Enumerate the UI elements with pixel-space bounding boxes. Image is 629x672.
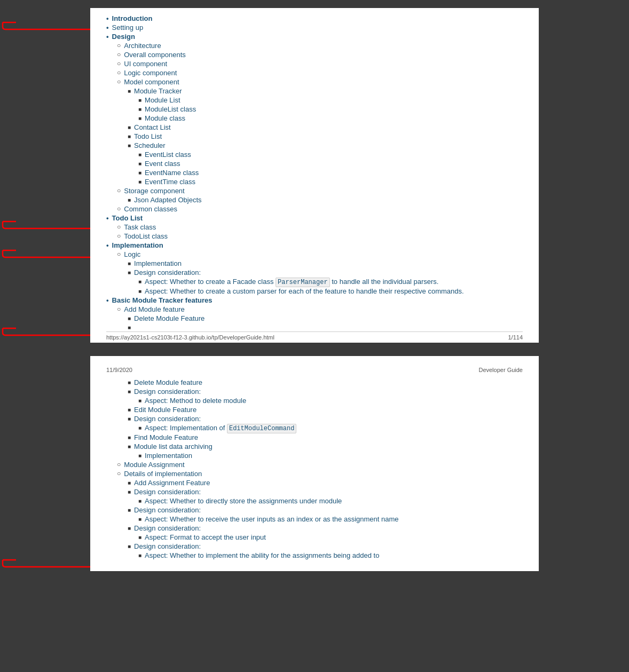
toc-todo-list-sub[interactable]: Todo List <box>106 132 523 140</box>
toc-details-implementation[interactable]: Details of implementation <box>106 470 523 478</box>
toc-design-consideration-assignment-2[interactable]: Design consideration: <box>106 506 523 514</box>
aspect-store-assignments-text: Aspect: Whether to directly store the as… <box>145 497 342 505</box>
toc-json-adapted[interactable]: Json Adapted Objects <box>106 196 523 204</box>
setting-up-link[interactable]: Setting up <box>112 23 144 31</box>
overall-components-link[interactable]: Overall components <box>124 51 186 59</box>
logic-link[interactable]: Logic <box>124 250 140 258</box>
toc-logic-component[interactable]: Logic component <box>106 69 523 77</box>
json-adapted-link[interactable]: Json Adapted Objects <box>134 196 201 204</box>
find-module-feature-link[interactable]: Find Module Feature <box>134 433 198 441</box>
toc-add-assignment-feature[interactable]: Add Assignment Feature <box>106 479 523 487</box>
eventname-class-link[interactable]: EventName class <box>145 169 199 177</box>
editmodulecommand-code: EditModuleCommand <box>227 424 296 433</box>
toc-modulelist-class[interactable]: ModuleList class <box>106 105 523 113</box>
toc-storage-component[interactable]: Storage component <box>106 187 523 195</box>
architecture-link[interactable]: Architecture <box>124 42 161 50</box>
aspect-edit-implementation-text: Aspect: Implementation of EditModuleComm… <box>145 424 296 432</box>
design-consideration-delete-link[interactable]: Design consideration: <box>134 388 201 396</box>
design-consideration-assignment-2-link[interactable]: Design consideration: <box>134 506 201 514</box>
toc-task-class[interactable]: Task class <box>106 223 523 231</box>
storage-component-link[interactable]: Storage component <box>124 187 184 195</box>
toc-todo-list-main[interactable]: Todo List <box>106 214 523 222</box>
header-date: 11/9/2020 <box>106 367 132 373</box>
toc-module-list[interactable]: Module List <box>106 96 523 104</box>
scheduler-link[interactable]: Scheduler <box>134 141 166 149</box>
modulelist-class-link[interactable]: ModuleList class <box>145 105 196 113</box>
basic-module-tracker-link[interactable]: Add Module feature <box>124 305 184 313</box>
toc-architecture[interactable]: Architecture <box>106 42 523 50</box>
toc-common-classes[interactable]: Common classes <box>106 205 523 213</box>
implementation-archiving-link[interactable]: Implementation <box>145 452 192 460</box>
task-class-link[interactable]: Task class <box>124 223 156 231</box>
eventtime-class-link[interactable]: EventTime class <box>145 178 195 186</box>
delete-module-feature-2-link[interactable]: Delete Module feature <box>134 378 202 386</box>
contact-list-link[interactable]: Contact List <box>134 123 171 131</box>
toc-eventname-class[interactable]: EventName class <box>106 169 523 177</box>
toc-module-list-management[interactable]: Basic Module Tracker features <box>106 296 523 304</box>
toc-setting-up[interactable]: Setting up <box>106 23 523 31</box>
module-list-link[interactable]: Module List <box>145 96 180 104</box>
todolist-class-link[interactable]: TodoList class <box>124 232 168 240</box>
toc-model-component[interactable]: Model component <box>106 78 523 86</box>
module-assignment-link[interactable]: Module Assignment <box>124 461 184 469</box>
toc-event-class[interactable]: Event class <box>106 160 523 168</box>
add-assignment-feature-link[interactable]: Add Assignment Feature <box>134 479 210 487</box>
toc-design-consideration-assignment-4[interactable]: Design consideration: <box>106 542 523 550</box>
design-consideration-assignment-3-link[interactable]: Design consideration: <box>134 524 201 532</box>
model-component-link[interactable]: Model component <box>124 78 179 86</box>
design-link[interactable]: Design <box>112 33 135 41</box>
toc-design-consideration-1[interactable]: Design consideration: <box>106 268 523 276</box>
add-module-feature-link[interactable]: Delete Module Feature <box>134 314 205 322</box>
event-class-link[interactable]: Event class <box>145 160 180 168</box>
toc-overall-components[interactable]: Overall components <box>106 51 523 59</box>
ui-component-link[interactable]: UI component <box>124 60 167 68</box>
toc-design-consideration-edit[interactable]: Design consideration: <box>106 415 523 423</box>
introduction-link[interactable]: Introduction <box>112 14 153 22</box>
implementation-sub-link[interactable]: Implementation <box>134 259 182 267</box>
toc-scheduler[interactable]: Scheduler <box>106 141 523 149</box>
toc-module-tracker[interactable]: Module Tracker <box>106 87 523 95</box>
toc-add-module-feature[interactable]: Delete Module Feature <box>106 314 523 322</box>
toc-delete-module-feature-2[interactable]: Delete Module feature <box>106 378 523 386</box>
toc-module-assignment[interactable]: Module Assignment <box>106 461 523 469</box>
eventlist-class-link[interactable]: EventList class <box>145 151 191 159</box>
header-title: Developer Guide <box>478 367 523 373</box>
footer-page: 1/114 <box>508 334 523 341</box>
details-implementation-link[interactable]: Details of implementation <box>124 470 202 478</box>
design-consideration-edit-link[interactable]: Design consideration: <box>134 415 201 423</box>
toc-eventtime-class[interactable]: EventTime class <box>106 178 523 186</box>
toc-implementation-archiving[interactable]: Implementation <box>106 452 523 460</box>
design-consideration-assignment-4-link[interactable]: Design consideration: <box>134 542 201 550</box>
todo-list-main-link[interactable]: Todo List <box>112 214 143 222</box>
toc-design-consideration-assignment-3[interactable]: Design consideration: <box>106 524 523 532</box>
toc-eventlist-class[interactable]: EventList class <box>106 151 523 159</box>
toc-todolist-class[interactable]: TodoList class <box>106 232 523 240</box>
toc-implementation[interactable]: Implementation <box>106 241 523 249</box>
toc-design-consideration-assignment-1[interactable]: Design consideration: <box>106 488 523 496</box>
toc-contact-list[interactable]: Contact List <box>106 123 523 131</box>
module-list-data-archiving-link[interactable]: Module list data archiving <box>134 442 213 450</box>
toc-basic-module-tracker[interactable]: Add Module feature <box>106 305 523 313</box>
design-consideration-1-link[interactable]: Design consideration: <box>134 268 201 276</box>
toc-introduction[interactable]: Introduction <box>106 14 523 22</box>
module-class-link[interactable]: Module class <box>145 114 185 122</box>
toc-design-consideration-delete[interactable]: Design consideration: <box>106 388 523 396</box>
toc-logic[interactable]: Logic <box>106 250 523 258</box>
logic-component-link[interactable]: Logic component <box>124 69 177 77</box>
module-tracker-link[interactable]: Module Tracker <box>134 87 182 95</box>
toc-implementation-sub[interactable]: Implementation <box>106 259 523 267</box>
design-consideration-assignment-1-link[interactable]: Design consideration: <box>134 488 201 496</box>
toc-design[interactable]: Design <box>106 33 523 41</box>
toc-find-module-feature[interactable]: Find Module Feature <box>106 433 523 441</box>
page-1-footer: https://ay2021s1-cs2103t-f12-3.github.io… <box>106 331 523 343</box>
todo-list-sub-link[interactable]: Todo List <box>134 132 162 140</box>
toc-module-class[interactable]: Module class <box>106 114 523 122</box>
toc-module-list-data-archiving[interactable]: Module list data archiving <box>106 442 523 450</box>
edit-module-feature-link[interactable]: Edit Module Feature <box>134 406 196 414</box>
common-classes-link[interactable]: Common classes <box>124 205 177 213</box>
toc-ui-component[interactable]: UI component <box>106 60 523 68</box>
module-list-management-link[interactable]: Basic Module Tracker features <box>112 296 213 304</box>
implementation-link[interactable]: Implementation <box>112 241 163 249</box>
toc-edit-module-feature[interactable]: Edit Module Feature <box>106 406 523 414</box>
toc-delete-module-feature[interactable] <box>106 323 523 330</box>
